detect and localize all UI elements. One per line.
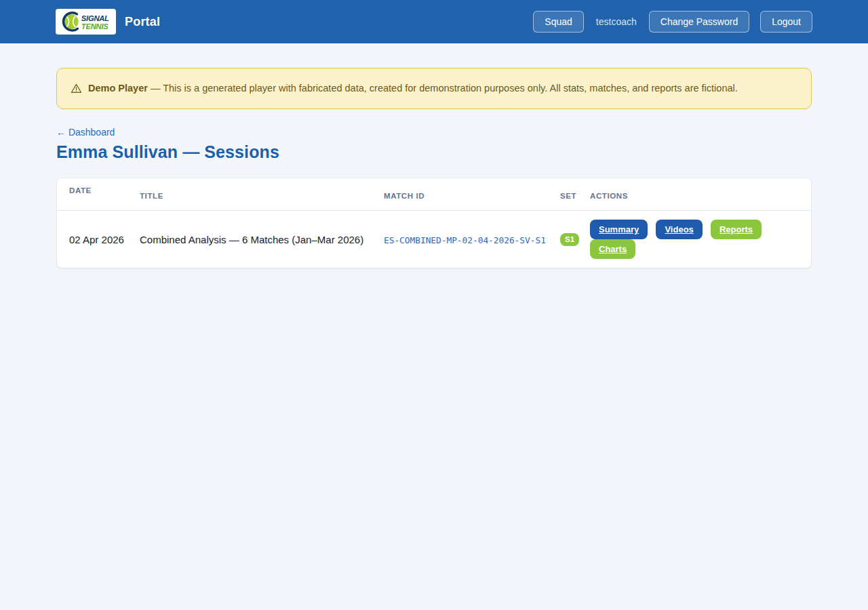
change-password-button[interactable]: Change Password [649, 11, 749, 33]
sessions-table: DATE TITLE MATCH ID SET ACTIONS 02 Apr 2… [57, 178, 811, 268]
svg-text:SIGNAL: SIGNAL [81, 14, 109, 22]
page-title: Emma Sullivan — Sessions [56, 142, 812, 162]
signal-tennis-logo-icon: SIGNAL TENNIS [58, 10, 113, 33]
summary-button[interactable]: Summary [590, 220, 648, 239]
demo-player-warning-banner: Demo Player — This is a generated player… [56, 68, 812, 109]
session-table-row: 02 Apr 2026 Combined Analysis — 6 Matche… [57, 211, 811, 268]
main-content: Demo Player — This is a generated player… [56, 68, 812, 268]
banner-message: — This is a generated player with fabric… [151, 83, 738, 94]
back-to-dashboard-link[interactable]: ← Dashboard [56, 127, 115, 138]
table-header-row: DATE TITLE MATCH ID SET ACTIONS [57, 178, 811, 211]
session-date: 02 Apr 2026 [57, 211, 140, 268]
banner-text: Demo Player — This is a generated player… [88, 81, 738, 96]
signal-tennis-logo[interactable]: SIGNAL TENNIS [56, 9, 116, 35]
sessions-table-card: DATE TITLE MATCH ID SET ACTIONS 02 Apr 2… [56, 178, 812, 268]
charts-button[interactable]: Charts [590, 239, 635, 259]
session-match-id-link[interactable]: ES-COMBINED-MP-02-04-2026-SV-S1 [384, 235, 546, 245]
banner-title: Demo Player [88, 83, 148, 94]
portal-title: Portal [125, 15, 160, 29]
top-navigation-bar: SIGNAL TENNIS Portal Squad testcoach Cha… [0, 0, 868, 43]
videos-button[interactable]: Videos [656, 220, 702, 239]
set-badge: S1 [560, 233, 579, 246]
logout-button[interactable]: Logout [760, 11, 812, 33]
warning-triangle-icon [71, 83, 82, 94]
squad-button[interactable]: Squad [533, 11, 583, 33]
column-header-date: DATE [57, 178, 140, 211]
session-title: Combined Analysis — 6 Matches (Jan–Mar 2… [140, 211, 384, 268]
session-actions: Summary Videos Reports Charts [590, 211, 811, 268]
column-header-actions: ACTIONS [590, 178, 811, 211]
reports-button[interactable]: Reports [711, 220, 762, 239]
logged-in-username: testcoach [596, 16, 637, 27]
column-header-title: TITLE [140, 178, 384, 211]
svg-text:TENNIS: TENNIS [81, 22, 108, 30]
column-header-set: SET [560, 178, 590, 211]
column-header-match-id: MATCH ID [384, 178, 560, 211]
